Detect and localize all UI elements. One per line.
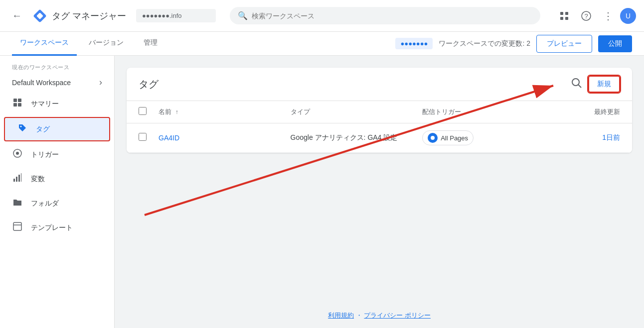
templates-icon [12,221,23,234]
avatar-letter: U [626,12,631,20]
chevron-right-icon: › [99,77,102,88]
column-header-trigger: 配信トリガー [422,108,554,116]
svg-line-22 [578,85,581,88]
account-selector[interactable]: ●●●●●●●.info [136,9,216,22]
grid-icon [559,11,569,21]
table-header: 名前 ↑ タイプ 配信トリガー 最終更新 [127,101,632,123]
row-tag-updated[interactable]: 1日前 [554,133,620,142]
svg-text:?: ? [584,12,588,20]
app-title: タグ マネージャー [52,10,126,22]
gtm-logo-icon [32,8,48,24]
more-icon: ⋮ [603,10,614,22]
tags-icon [17,123,28,135]
column-header-updated: 最終更新 [554,108,620,116]
select-all-checkbox[interactable] [139,107,147,115]
variables-icon [12,173,23,185]
card-title: タグ [139,78,159,91]
summary-icon [12,98,23,110]
avatar[interactable]: U [620,8,636,24]
search-input[interactable] [252,12,532,20]
sidebar-item-folders[interactable]: フォルダ [0,192,114,215]
svg-rect-9 [18,99,21,102]
privacy-link[interactable]: プライバシー ポリシー [364,312,431,319]
preview-button[interactable]: プレビュー [536,35,592,53]
svg-rect-16 [16,177,17,182]
tags-card: タグ 新規 名前 ↑ タイプ [127,68,632,153]
sidebar-label-variables: 変数 [31,175,45,184]
header-actions: ? ⋮ U [554,6,636,26]
grid-icon-button[interactable] [554,6,574,26]
sub-navigation: ワークスペース バージョン 管理 ●●●●●●● ワークスペースでの変更数: 2… [0,32,644,56]
workspace-selector-name: Default Workspace [12,79,71,87]
terms-link[interactable]: 利用規約 [328,312,354,319]
header-checkbox-col [139,107,159,117]
tab-version[interactable]: バージョン [81,32,132,56]
workspace-label: 現在のワークスペース [0,60,114,73]
svg-rect-11 [18,103,21,107]
card-header-actions: 新規 [571,76,620,93]
svg-rect-15 [13,179,15,182]
svg-point-12 [20,126,22,127]
svg-rect-8 [13,99,17,102]
card-search-icon[interactable] [571,78,582,91]
footer-separator: ・ [356,312,362,319]
column-header-name[interactable]: 名前 ↑ [159,108,291,116]
svg-rect-10 [13,103,17,107]
tab-workspace[interactable]: ワークスペース [12,32,77,56]
tab-admin[interactable]: 管理 [136,32,165,56]
more-icon-button[interactable]: ⋮ [598,6,618,26]
row-tag-type: Google アナリティクス: GA4 設定 [291,133,423,142]
trigger-pill[interactable]: All Pages [422,130,474,145]
account-name: ●●●●●●●.info [142,12,182,19]
sidebar-item-templates[interactable]: テンプレート [0,217,114,239]
sidebar-label-templates: テンプレート [31,223,73,232]
search-icon: 🔍 [238,11,248,20]
publish-button[interactable]: 公開 [598,35,632,52]
workspace-name-pill: ●●●●●●● [395,38,433,49]
triggers-icon [12,148,23,161]
sidebar-item-variables[interactable]: 変数 [0,168,114,190]
content-area: タグ 新規 名前 ↑ タイプ [115,56,644,328]
column-header-type: タイプ [291,108,423,116]
row-select-checkbox[interactable] [139,133,147,141]
help-icon-button[interactable]: ? [576,6,596,26]
sidebar-item-triggers[interactable]: トリガー [0,143,114,166]
sidebar-label-triggers: トリガー [31,150,59,159]
new-tag-button[interactable]: 新規 [588,76,620,93]
card-header: タグ 新規 [127,68,632,101]
folders-icon [12,197,23,210]
sidebar-item-summary[interactable]: サマリー [0,93,114,115]
row-tag-trigger: All Pages [422,130,554,145]
sidebar-label-summary: サマリー [31,100,59,109]
svg-rect-18 [21,173,21,182]
help-icon: ? [581,11,591,21]
svg-rect-3 [565,12,568,15]
svg-point-21 [572,79,579,86]
sub-nav-right: ●●●●●●● ワークスペースでの変更数: 2 プレビュー 公開 [395,35,632,53]
sidebar: 現在のワークスペース Default Workspace › サマリー タグ ト… [0,56,115,328]
top-header: ← タグ マネージャー ●●●●●●●.info 🔍 ? [0,0,644,32]
svg-rect-4 [560,17,563,20]
logo-area: タグ マネージャー [32,8,126,24]
sidebar-label-folders: フォルダ [31,199,59,208]
table-row: GA4ID Google アナリティクス: GA4 設定 All Pages 1… [127,123,632,153]
main-layout: 現在のワークスペース Default Workspace › サマリー タグ ト… [0,56,644,328]
footer: 利用規約 ・ プライバシー ポリシー [115,311,644,320]
trigger-circle-icon [428,133,438,143]
sidebar-item-tags[interactable]: タグ [4,117,110,141]
svg-rect-19 [13,222,21,230]
svg-rect-5 [565,17,568,20]
svg-rect-17 [18,175,20,182]
trigger-label: All Pages [441,134,468,142]
row-tag-name[interactable]: GA4ID [159,134,291,142]
search-bar: 🔍 [230,7,540,24]
workspace-changes: ワークスペースでの変更数: 2 [439,39,530,48]
row-checkbox-col [139,133,159,143]
sort-arrow-icon: ↑ [175,109,178,115]
svg-rect-2 [560,12,563,15]
back-button[interactable]: ← [8,6,26,25]
svg-point-14 [16,152,19,155]
sidebar-label-tags: タグ [36,125,50,134]
workspace-selector[interactable]: Default Workspace › [4,73,110,92]
